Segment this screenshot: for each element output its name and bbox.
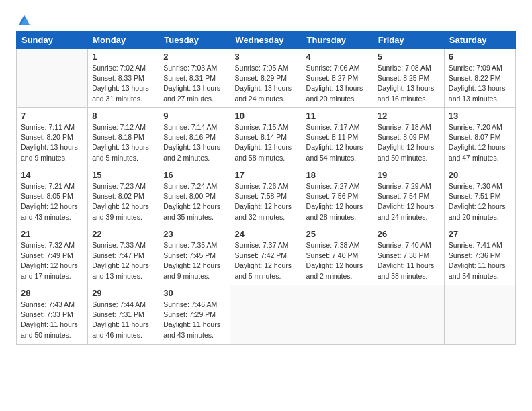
day-number: 22 [92, 229, 154, 239]
calendar-cell: 23Sunrise: 7:35 AMSunset: 7:45 PMDayligh… [159, 226, 230, 285]
col-monday: Monday [88, 32, 159, 49]
day-info: Sunrise: 7:41 AMSunset: 7:36 PMDaylight:… [449, 240, 511, 281]
calendar-week-row: 14Sunrise: 7:21 AMSunset: 8:05 PMDayligh… [17, 167, 516, 226]
day-number: 6 [449, 52, 511, 62]
calendar-cell: 29Sunrise: 7:44 AMSunset: 7:31 PMDayligh… [88, 285, 159, 345]
day-number: 1 [92, 52, 154, 62]
calendar-cell: 12Sunrise: 7:18 AMSunset: 8:09 PMDayligh… [373, 108, 444, 167]
day-number: 23 [163, 229, 226, 239]
calendar-cell: 11Sunrise: 7:17 AMSunset: 8:11 PMDayligh… [302, 108, 373, 167]
day-info: Sunrise: 7:46 AMSunset: 7:29 PMDaylight:… [163, 300, 226, 340]
calendar-cell: 15Sunrise: 7:23 AMSunset: 8:02 PMDayligh… [88, 167, 159, 226]
day-info: Sunrise: 7:06 AMSunset: 8:27 PMDaylight:… [306, 63, 369, 104]
col-friday: Friday [373, 32, 444, 49]
calendar-cell: 27Sunrise: 7:41 AMSunset: 7:36 PMDayligh… [444, 226, 515, 285]
day-info: Sunrise: 7:05 AMSunset: 8:29 PMDaylight:… [234, 63, 297, 104]
day-number: 24 [234, 229, 297, 239]
day-info: Sunrise: 7:29 AMSunset: 7:54 PMDaylight:… [378, 181, 440, 222]
day-number: 26 [378, 229, 440, 239]
day-number: 9 [163, 111, 226, 121]
calendar-cell: 30Sunrise: 7:46 AMSunset: 7:29 PMDayligh… [159, 285, 230, 345]
day-info: Sunrise: 7:03 AMSunset: 8:31 PMDaylight:… [163, 63, 226, 104]
day-info: Sunrise: 7:09 AMSunset: 8:22 PMDaylight:… [449, 63, 511, 104]
calendar-cell [302, 285, 373, 345]
col-saturday: Saturday [444, 32, 515, 49]
day-info: Sunrise: 7:38 AMSunset: 7:40 PMDaylight:… [306, 240, 369, 281]
col-thursday: Thursday [302, 32, 373, 49]
day-info: Sunrise: 7:21 AMSunset: 8:05 PMDaylight:… [21, 181, 83, 222]
day-info: Sunrise: 7:44 AMSunset: 7:31 PMDaylight:… [92, 300, 154, 340]
calendar-cell [230, 285, 302, 345]
day-number: 12 [378, 111, 440, 121]
day-number: 5 [378, 52, 440, 62]
calendar-cell: 1Sunrise: 7:02 AMSunset: 8:33 PMDaylight… [88, 49, 159, 108]
day-number: 19 [378, 170, 440, 180]
day-number: 3 [234, 52, 297, 62]
day-info: Sunrise: 7:26 AMSunset: 7:58 PMDaylight:… [234, 181, 297, 222]
day-number: 30 [163, 288, 226, 298]
day-number: 4 [306, 52, 369, 62]
day-number: 15 [92, 170, 154, 180]
calendar-cell: 17Sunrise: 7:26 AMSunset: 7:58 PMDayligh… [230, 167, 302, 226]
day-number: 21 [21, 229, 83, 239]
day-number: 29 [92, 288, 154, 298]
calendar-cell: 13Sunrise: 7:20 AMSunset: 8:07 PMDayligh… [444, 108, 515, 167]
day-info: Sunrise: 7:33 AMSunset: 7:47 PMDaylight:… [92, 240, 154, 281]
calendar-cell: 22Sunrise: 7:33 AMSunset: 7:47 PMDayligh… [88, 226, 159, 285]
day-info: Sunrise: 7:08 AMSunset: 8:25 PMDaylight:… [378, 63, 440, 104]
col-sunday: Sunday [17, 32, 88, 49]
calendar-week-row: 7Sunrise: 7:11 AMSunset: 8:20 PMDaylight… [17, 108, 516, 167]
calendar-week-row: 21Sunrise: 7:32 AMSunset: 7:49 PMDayligh… [17, 226, 516, 285]
calendar-cell: 9Sunrise: 7:14 AMSunset: 8:16 PMDaylight… [159, 108, 230, 167]
day-info: Sunrise: 7:14 AMSunset: 8:16 PMDaylight:… [163, 122, 226, 163]
day-number: 11 [306, 111, 369, 121]
calendar-cell: 5Sunrise: 7:08 AMSunset: 8:25 PMDaylight… [373, 49, 444, 108]
day-info: Sunrise: 7:02 AMSunset: 8:33 PMDaylight:… [92, 63, 154, 104]
day-info: Sunrise: 7:43 AMSunset: 7:33 PMDaylight:… [21, 300, 83, 340]
calendar-cell: 25Sunrise: 7:38 AMSunset: 7:40 PMDayligh… [302, 226, 373, 285]
calendar-cell: 16Sunrise: 7:24 AMSunset: 8:00 PMDayligh… [159, 167, 230, 226]
header [16, 12, 516, 24]
day-number: 14 [21, 170, 83, 180]
calendar-cell: 7Sunrise: 7:11 AMSunset: 8:20 PMDaylight… [17, 108, 88, 167]
calendar-week-row: 1Sunrise: 7:02 AMSunset: 8:33 PMDaylight… [17, 49, 516, 108]
calendar-cell: 14Sunrise: 7:21 AMSunset: 8:05 PMDayligh… [17, 167, 88, 226]
day-number: 16 [163, 170, 226, 180]
calendar-cell [373, 285, 444, 345]
calendar-cell: 6Sunrise: 7:09 AMSunset: 8:22 PMDaylight… [444, 49, 515, 108]
calendar-header-row: Sunday Monday Tuesday Wednesday Thursday… [17, 32, 516, 49]
calendar-week-row: 28Sunrise: 7:43 AMSunset: 7:33 PMDayligh… [17, 285, 516, 345]
day-number: 27 [449, 229, 511, 239]
calendar-cell [17, 49, 88, 108]
calendar-cell: 10Sunrise: 7:15 AMSunset: 8:14 PMDayligh… [230, 108, 302, 167]
day-info: Sunrise: 7:32 AMSunset: 7:49 PMDaylight:… [21, 240, 83, 281]
day-info: Sunrise: 7:27 AMSunset: 7:56 PMDaylight:… [306, 181, 369, 222]
page: Sunday Monday Tuesday Wednesday Thursday… [0, 0, 532, 411]
logo-icon [17, 12, 32, 27]
calendar-cell [444, 285, 515, 345]
day-info: Sunrise: 7:35 AMSunset: 7:45 PMDaylight:… [163, 240, 226, 281]
day-info: Sunrise: 7:12 AMSunset: 8:18 PMDaylight:… [92, 122, 154, 163]
day-info: Sunrise: 7:24 AMSunset: 8:00 PMDaylight:… [163, 181, 226, 222]
col-wednesday: Wednesday [230, 32, 302, 49]
calendar-cell: 8Sunrise: 7:12 AMSunset: 8:18 PMDaylight… [88, 108, 159, 167]
day-number: 18 [306, 170, 369, 180]
day-info: Sunrise: 7:15 AMSunset: 8:14 PMDaylight:… [234, 122, 297, 163]
day-number: 17 [234, 170, 297, 180]
day-number: 7 [21, 111, 83, 121]
calendar-cell: 4Sunrise: 7:06 AMSunset: 8:27 PMDaylight… [302, 49, 373, 108]
calendar-cell: 2Sunrise: 7:03 AMSunset: 8:31 PMDaylight… [159, 49, 230, 108]
day-number: 28 [21, 288, 83, 298]
day-info: Sunrise: 7:37 AMSunset: 7:42 PMDaylight:… [234, 240, 297, 281]
calendar-cell: 20Sunrise: 7:30 AMSunset: 7:51 PMDayligh… [444, 167, 515, 226]
calendar-cell: 28Sunrise: 7:43 AMSunset: 7:33 PMDayligh… [17, 285, 88, 345]
day-number: 10 [234, 111, 297, 121]
day-number: 13 [449, 111, 511, 121]
col-tuesday: Tuesday [159, 32, 230, 49]
day-info: Sunrise: 7:11 AMSunset: 8:20 PMDaylight:… [21, 122, 83, 163]
day-number: 2 [163, 52, 226, 62]
day-number: 20 [449, 170, 511, 180]
day-info: Sunrise: 7:17 AMSunset: 8:11 PMDaylight:… [306, 122, 369, 163]
day-info: Sunrise: 7:20 AMSunset: 8:07 PMDaylight:… [449, 122, 511, 163]
calendar-cell: 19Sunrise: 7:29 AMSunset: 7:54 PMDayligh… [373, 167, 444, 226]
